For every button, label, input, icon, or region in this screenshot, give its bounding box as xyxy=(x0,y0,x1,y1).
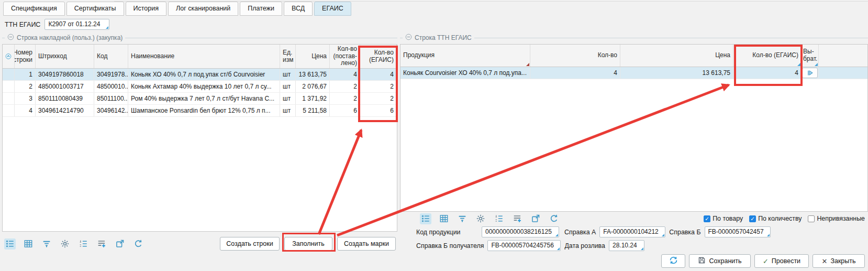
ttn-egais-row: ТТН ЕГАИС К2907 от 01.12.24 xyxy=(5,19,109,30)
match-options: ✓По товару✓По количествуНепривязанные xyxy=(704,215,865,222)
invoice-table-body: 1304919786001830491978...Коньяк ХО 40% 0… xyxy=(3,69,397,117)
column-header-qty-delivered[interactable]: Кол-во (постав-лено) xyxy=(330,45,360,68)
collapse-icon[interactable] xyxy=(7,34,14,42)
open-in-window-icon[interactable] xyxy=(530,213,541,224)
cell-unit: шт xyxy=(280,81,296,92)
invoice-lines-group-header: Строка накладной (польз.) (закупка) xyxy=(2,32,397,43)
reference-b-field[interactable]: FB-0000057042457 xyxy=(705,226,771,237)
recipient-reference-b-label: Справка Б получателя xyxy=(416,242,484,250)
table-row[interactable]: 3850111008043985011100...Ром 40% выдержк… xyxy=(3,93,397,105)
checkbox-label: По товару xyxy=(713,215,743,222)
column-header-code[interactable]: Код xyxy=(94,45,128,68)
tab-specification[interactable]: Спецификация xyxy=(3,2,65,16)
row-settings-icon[interactable] xyxy=(4,239,16,250)
cell-qty-egais: 4 xyxy=(360,69,397,80)
invoice-lines-panel: Строка накладной (польз.) (закупка) Номе… xyxy=(2,32,397,255)
reference-a-label: Справка А xyxy=(564,229,596,236)
filter-icon[interactable] xyxy=(41,239,52,250)
numbered-list-icon[interactable] xyxy=(493,213,505,224)
ttn-egais-field[interactable]: К2907 от 01.12.24 xyxy=(44,19,109,30)
reload-rows-icon[interactable] xyxy=(548,213,560,224)
bottling-date-field[interactable]: 28.10.24 xyxy=(609,240,644,251)
grid-view-icon[interactable] xyxy=(23,239,34,250)
invoice-lines-table: Номер строкиШтрихкодКодНаименованиеЕд. и… xyxy=(2,44,397,232)
open-in-window-icon[interactable] xyxy=(114,239,126,250)
column-header-sort-indicator[interactable] xyxy=(3,45,15,68)
column-header-barcode[interactable]: Штрихкод xyxy=(36,45,94,68)
table-row[interactable]: 4304961421479030496142...Шампанское Pons… xyxy=(3,105,397,117)
column-header-qty-egais[interactable]: Кол-во (ЕГАИС) xyxy=(360,45,397,68)
checkbox-by-product-box[interactable]: ✓ xyxy=(704,215,710,222)
grid-view-icon[interactable] xyxy=(438,213,450,224)
ttn-lines-group-header: Строка ТТН ЕГАИС xyxy=(400,32,868,43)
product-code-field[interactable]: 0000000000038216125 xyxy=(482,226,559,237)
column-header-row-number[interactable]: Номер строки xyxy=(15,45,36,68)
close-button[interactable]: ✕Закрыть xyxy=(813,254,865,268)
tab-history[interactable]: История xyxy=(126,2,166,16)
checkbox-unlinked-box[interactable] xyxy=(808,215,815,222)
cell-code: 30491978... xyxy=(94,69,128,80)
recipient-reference-b-field[interactable]: FB-000005704245756 xyxy=(487,240,561,251)
cell-row-number: 3 xyxy=(15,93,36,104)
filter-icon[interactable] xyxy=(457,213,468,224)
cell-name: Шампанское Ponsardin бел брют 12% 0,75 л… xyxy=(128,105,280,116)
column-header-product[interactable]: Продукция xyxy=(400,45,530,67)
tab-egais[interactable]: ЕГАИС xyxy=(314,2,351,16)
cell-qty-delivered: 4 xyxy=(330,69,360,80)
column-header-name[interactable]: Наименование xyxy=(128,45,280,68)
table-row[interactable]: Коньяк Courvoisier ХО 40% 0,7 л под.упа.… xyxy=(400,67,867,79)
add-rows-icon[interactable] xyxy=(511,213,523,224)
ttn-lines-title: Строка ТТН ЕГАИС xyxy=(415,34,472,41)
cell-qty-egais: 4 xyxy=(733,67,802,79)
cell-price: 13 613,75 xyxy=(620,67,733,79)
row-settings-icon[interactable] xyxy=(420,213,431,224)
tab-bar: СпецификацияСертификатыИсторияЛог сканир… xyxy=(3,2,351,16)
column-header-price[interactable]: Цена xyxy=(296,45,330,68)
table-row[interactable]: 1304919786001830491978...Коньяк ХО 40% 0… xyxy=(3,69,397,81)
bottling-date-label: Дата розлива xyxy=(564,242,605,250)
select-row-button[interactable] xyxy=(802,68,818,78)
refresh-button[interactable] xyxy=(661,254,685,268)
numbered-list-icon[interactable] xyxy=(77,239,89,250)
save-button[interactable]: Сохранить xyxy=(689,254,751,268)
checkbox-by-quantity-box[interactable]: ✓ xyxy=(749,215,756,222)
cell-barcode: 8501110080439 xyxy=(36,93,94,104)
column-header-qty[interactable]: Кол-во xyxy=(530,45,620,67)
reload-rows-icon[interactable] xyxy=(132,239,144,250)
checkbox-unlinked[interactable]: Непривязанные xyxy=(808,215,865,222)
tab-payments[interactable]: Платежи xyxy=(240,2,282,16)
create-rows-button[interactable]: Создать строки xyxy=(220,237,280,251)
post-button[interactable]: ✓Провести xyxy=(754,254,809,268)
tab-vsd[interactable]: ВСД xyxy=(284,2,313,16)
checkbox-label: Непривязанные xyxy=(817,215,865,222)
column-header-select[interactable]: Вы-брат. xyxy=(802,45,819,67)
cell-code: 30496142... xyxy=(94,105,128,116)
cell-code: 85011100... xyxy=(94,93,128,104)
ttn-lines-table: ПродукцияКол-воЦенаКол-во (ЕГАИС)Вы-брат… xyxy=(400,44,868,212)
ttn-table-body: Коньяк Courvoisier ХО 40% 0,7 л под.упа.… xyxy=(400,67,867,79)
collapse-icon[interactable] xyxy=(405,34,412,42)
cell-row-number: 4 xyxy=(15,105,36,116)
cell-name: Коньяк Ахтамар 40% выдержка 10 лет 0,7 л… xyxy=(128,81,280,92)
gear-icon[interactable] xyxy=(59,239,71,250)
create-marks-button[interactable]: Создать марки xyxy=(337,237,396,251)
gear-icon[interactable] xyxy=(475,213,486,224)
close-icon: ✕ xyxy=(821,258,827,265)
save-icon xyxy=(698,256,706,266)
invoice-table-header: Номер строкиШтрихкодКодНаименованиеЕд. и… xyxy=(3,45,397,69)
cell-name: Коньяк ХО 40% 0,7 л под.упак ст/б Courvo… xyxy=(128,69,280,80)
checkbox-by-product[interactable]: ✓По товару xyxy=(704,215,743,222)
column-header-qty-egais[interactable]: Кол-во (ЕГАИС) xyxy=(733,45,802,67)
tab-scan-log[interactable]: Лог сканирований xyxy=(168,2,238,16)
add-rows-icon[interactable] xyxy=(96,239,107,250)
reference-a-field[interactable]: FA-0000000104212 xyxy=(599,226,665,237)
column-header-unit[interactable]: Ед. изм xyxy=(280,45,296,68)
column-header-price[interactable]: Цена xyxy=(620,45,733,67)
tab-certificates[interactable]: Сертификаты xyxy=(66,2,124,16)
cell-qty-egais: 2 xyxy=(360,93,397,104)
cell-qty-egais: 6 xyxy=(360,105,397,116)
check-icon: ✓ xyxy=(763,258,769,265)
table-row[interactable]: 2485000100371748500010...Коньяк Ахтамар … xyxy=(3,81,397,93)
fill-button[interactable]: Заполнить xyxy=(284,237,332,251)
checkbox-by-quantity[interactable]: ✓По количеству xyxy=(749,215,802,222)
